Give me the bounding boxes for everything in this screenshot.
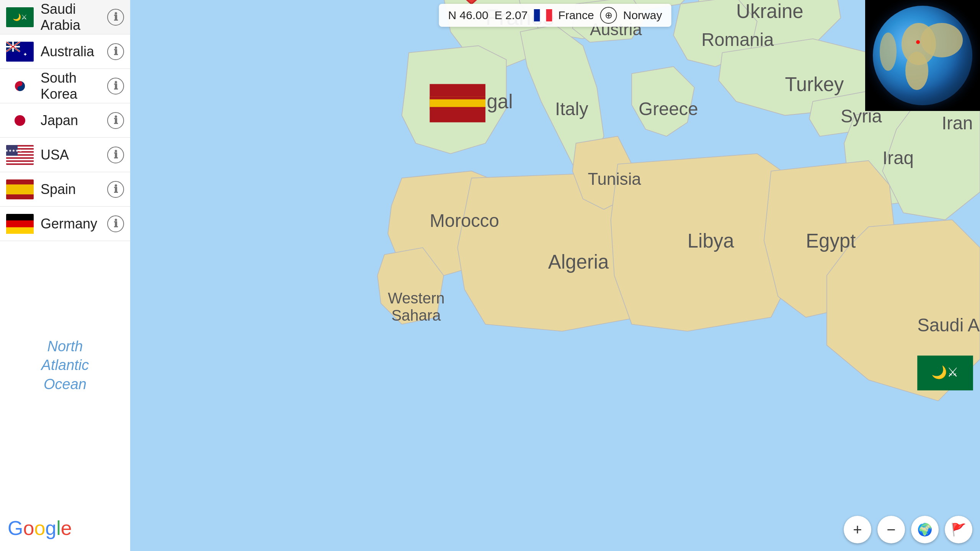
svg-text:Ukraine: Ukraine xyxy=(736,0,804,22)
country-name-saudi-arabia: Saudi Arabia xyxy=(41,1,107,33)
svg-point-41 xyxy=(916,40,920,44)
flag-south-korea xyxy=(6,76,34,96)
globe-view-button[interactable]: 🌍 xyxy=(911,516,939,543)
info-button-japan[interactable]: ℹ xyxy=(107,112,124,129)
svg-point-39 xyxy=(905,52,928,90)
svg-text:★★★★★★: ★★★★★★ xyxy=(6,148,22,153)
ocean-area: NorthAtlanticOcean xyxy=(0,241,130,505)
svg-rect-37 xyxy=(6,227,34,234)
info-button-germany[interactable]: ℹ xyxy=(107,215,124,232)
sidebar-item-japan[interactable]: Japanℹ xyxy=(0,103,130,138)
sidebar-item-germany[interactable]: Germanyℹ xyxy=(0,207,130,241)
zoom-in-button[interactable]: + xyxy=(844,516,871,543)
sidebar-item-south-korea[interactable]: South Koreaℹ xyxy=(0,69,130,103)
info-button-usa[interactable]: ℹ xyxy=(107,147,124,163)
svg-point-16 xyxy=(15,115,25,126)
lat-display: N 46.00 xyxy=(448,9,488,22)
sidebar: 🌙⚔ Saudi Arabiaℹ ✦ Australiaℹ xyxy=(0,0,130,551)
globe-circle xyxy=(873,6,972,105)
country-name-australia: Australia xyxy=(41,44,107,60)
svg-rect-26 xyxy=(6,157,34,159)
coord-country: France xyxy=(558,9,594,22)
svg-point-14 xyxy=(18,86,23,91)
svg-text:Romania: Romania xyxy=(701,29,774,50)
svg-rect-30 xyxy=(6,163,34,165)
ocean-label: NorthAtlanticOcean xyxy=(41,337,89,394)
country-name-germany: Germany xyxy=(41,216,107,232)
svg-text:Turkey: Turkey xyxy=(785,73,844,95)
flag-japan xyxy=(6,111,34,130)
svg-rect-27 xyxy=(6,159,34,160)
svg-text:🌙⚔: 🌙⚔ xyxy=(13,13,27,21)
france-flag-coord xyxy=(534,9,552,21)
svg-text:Libya: Libya xyxy=(688,230,734,252)
sidebar-item-spain[interactable]: Spainℹ xyxy=(0,172,130,207)
svg-point-42 xyxy=(880,33,897,71)
info-button-south-korea[interactable]: ℹ xyxy=(107,78,124,95)
svg-text:Algeria: Algeria xyxy=(548,251,609,273)
svg-rect-44 xyxy=(540,9,546,21)
svg-rect-36 xyxy=(6,220,34,227)
info-button-australia[interactable]: ℹ xyxy=(107,43,124,60)
svg-rect-25 xyxy=(6,156,34,157)
map-area[interactable]: N 46.00 E 2.07 France ⊕ Norway xyxy=(130,0,980,551)
flag-australia: ✦ xyxy=(6,42,34,62)
svg-rect-34 xyxy=(6,184,34,194)
flag-spain xyxy=(6,179,34,199)
google-logo: Google xyxy=(0,505,130,551)
svg-text:🌙⚔: 🌙⚔ xyxy=(931,365,959,380)
map-background[interactable]: Finland Denmark United Kingdom Ireland F… xyxy=(130,0,980,551)
info-button-spain[interactable]: ℹ xyxy=(107,181,124,198)
info-button-saudi-arabia[interactable]: ℹ xyxy=(107,9,124,26)
flag-saudi-arabia: 🌙⚔ xyxy=(6,7,34,27)
svg-text:Iraq: Iraq xyxy=(882,148,914,168)
country-name-japan: Japan xyxy=(41,112,107,129)
svg-text:Saudi Arabia: Saudi Arabia xyxy=(917,315,980,335)
map-toolbar: + − 🌍 🚩 xyxy=(844,516,972,543)
svg-text:Tunisia: Tunisia xyxy=(588,170,642,188)
nav-country: Norway xyxy=(623,9,662,22)
country-name-south-korea: South Korea xyxy=(41,70,107,102)
country-list: 🌙⚔ Saudi Arabiaℹ ✦ Australiaℹ xyxy=(0,0,130,241)
sidebar-item-saudi-arabia[interactable]: 🌙⚔ Saudi Arabiaℹ xyxy=(0,0,130,34)
globe-minimap xyxy=(865,0,980,111)
sidebar-item-australia[interactable]: ✦ Australiaℹ xyxy=(0,34,130,69)
svg-text:Iran: Iran xyxy=(942,113,973,133)
nav-icon[interactable]: ⊕ xyxy=(600,7,617,24)
svg-text:✦: ✦ xyxy=(23,51,28,57)
flag-usa: ★★★★★★ xyxy=(6,145,34,165)
flag-germany xyxy=(6,214,34,234)
svg-point-40 xyxy=(921,23,963,57)
zoom-out-button[interactable]: − xyxy=(877,516,905,543)
svg-text:Greece: Greece xyxy=(639,99,698,119)
svg-rect-45 xyxy=(546,9,552,21)
country-name-spain: Spain xyxy=(41,181,107,197)
svg-text:Morocco: Morocco xyxy=(430,210,499,231)
svg-text:Egypt: Egypt xyxy=(806,230,856,252)
svg-rect-28 xyxy=(6,160,34,162)
country-name-usa: USA xyxy=(41,147,107,163)
flag-button[interactable]: 🚩 xyxy=(945,516,972,543)
svg-text:Italy: Italy xyxy=(555,99,588,119)
sidebar-item-usa[interactable]: ★★★★★★ USAℹ xyxy=(0,138,130,172)
svg-rect-43 xyxy=(534,9,540,21)
svg-text:Sahara: Sahara xyxy=(391,307,441,324)
svg-rect-29 xyxy=(6,162,34,163)
svg-rect-81 xyxy=(430,107,485,110)
svg-text:Western: Western xyxy=(388,290,444,306)
svg-rect-80 xyxy=(430,96,485,99)
coord-bar: N 46.00 E 2.07 France ⊕ Norway xyxy=(439,4,671,27)
lon-display: E 2.07 xyxy=(495,9,528,22)
svg-point-13 xyxy=(18,81,23,86)
